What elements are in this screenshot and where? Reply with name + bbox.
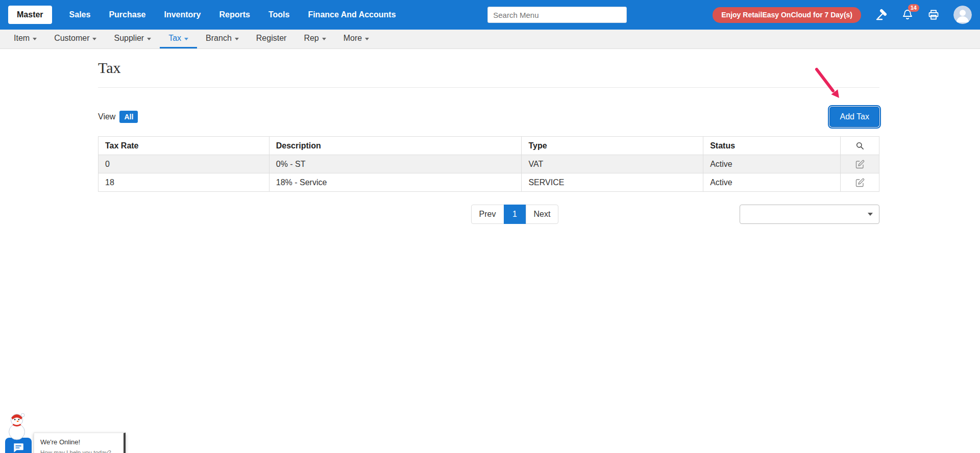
subnav-item-more[interactable]: More	[335, 30, 378, 48]
menu-finance-and-accounts[interactable]: Finance And Accounts	[301, 10, 403, 19]
prev-page-button[interactable]: Prev	[471, 205, 504, 224]
snowman-icon	[3, 410, 31, 441]
chat-bubble-icon	[12, 441, 25, 453]
gavel-icon[interactable]	[875, 9, 888, 21]
menu-reports[interactable]: Reports	[212, 10, 257, 19]
menu-inventory[interactable]: Inventory	[157, 10, 208, 19]
page-size-select[interactable]	[740, 205, 879, 224]
bell-icon[interactable]: 14	[901, 9, 914, 21]
pagination-row: Prev 1 Next	[98, 205, 879, 224]
cell-tax-rate: 0	[99, 155, 270, 173]
subnav-item-label: Tax	[168, 34, 181, 43]
subnav-item-label: Customer	[54, 34, 89, 43]
col-header-status: Status	[703, 137, 841, 155]
divider	[98, 87, 879, 88]
view-filter-badge[interactable]: All	[119, 111, 138, 123]
subnav-item-label: Register	[256, 34, 287, 43]
col-header-type: Type	[522, 137, 703, 155]
cell-status: Active	[703, 155, 841, 173]
subnav-item-tax[interactable]: Tax	[160, 30, 197, 48]
cell-description: 0% - ST	[269, 155, 522, 173]
subnav-item-label: Item	[14, 34, 30, 43]
top-navbar: Master Sales Purchase Inventory Reports …	[0, 0, 980, 30]
master-menu-button[interactable]: Master	[8, 6, 52, 24]
cell-status: Active	[703, 173, 841, 192]
cell-tax-rate: 18	[99, 173, 270, 192]
topnav-icons: 14	[875, 6, 972, 24]
cell-type: VAT	[522, 155, 703, 173]
subnav-item-label: Rep	[304, 34, 318, 43]
top-menu: Sales Purchase Inventory Reports Tools F…	[62, 10, 403, 19]
subnav-item-label: Branch	[206, 34, 232, 43]
table-search-icon[interactable]	[841, 137, 879, 155]
add-tax-button[interactable]: Add Tax	[829, 107, 879, 127]
printer-icon[interactable]	[927, 9, 940, 21]
chat-teaser-card[interactable]: We're Online! How may I help you today?	[34, 433, 126, 453]
subnav-item-item[interactable]: Item	[5, 30, 45, 48]
cell-description: 18% - Service	[269, 173, 522, 192]
tax-page: Tax View All Add Tax Tax Rate Descriptio…	[98, 59, 879, 224]
menu-purchase[interactable]: Purchase	[102, 10, 153, 19]
subnav-item-register[interactable]: Register	[248, 30, 296, 48]
trial-promo-button[interactable]: Enjoy RetailEasy OnCloud for 7 Day(s)	[713, 7, 861, 23]
table-row: 18 18% - Service SERVICE Active	[99, 173, 879, 192]
edit-icon[interactable]	[855, 159, 865, 168]
menu-sales[interactable]: Sales	[62, 10, 98, 19]
chevron-down-icon	[184, 38, 188, 40]
chevron-down-icon	[92, 38, 96, 40]
chevron-down-icon	[33, 38, 37, 40]
edit-icon[interactable]	[855, 178, 865, 186]
notification-count-badge: 14	[908, 4, 919, 12]
chevron-down-icon	[235, 38, 239, 40]
search-menu-input[interactable]	[487, 7, 627, 23]
page-title: Tax	[98, 59, 879, 77]
chevron-down-icon	[365, 38, 369, 40]
view-label: View	[98, 112, 115, 121]
chevron-down-icon	[147, 38, 151, 40]
subnav-item-supplier[interactable]: Supplier	[105, 30, 160, 48]
chevron-down-icon	[322, 38, 326, 40]
menu-tools[interactable]: Tools	[261, 10, 297, 19]
tax-table: Tax Rate Description Type Status 0 0% - …	[98, 136, 879, 192]
subnav-item-customer[interactable]: Customer	[45, 30, 105, 48]
next-page-button[interactable]: Next	[526, 205, 559, 224]
current-page-button[interactable]: 1	[504, 205, 526, 224]
annotation-arrow	[813, 66, 848, 106]
chat-status-text: We're Online!	[40, 438, 117, 446]
col-header-tax-rate: Tax Rate	[99, 137, 270, 155]
subnav-item-branch[interactable]: Branch	[197, 30, 248, 48]
avatar-icon[interactable]	[953, 6, 972, 24]
table-row: 0 0% - ST VAT Active	[99, 155, 879, 173]
subnav-item-rep[interactable]: Rep	[295, 30, 334, 48]
toolbar: View All Add Tax	[98, 107, 879, 127]
subnav-item-label: Supplier	[114, 34, 144, 43]
chat-greeting-text: How may I help you today?	[40, 449, 117, 453]
page-size-select-wrap	[740, 205, 879, 224]
subnav-item-label: More	[344, 34, 362, 43]
table-header-row: Tax Rate Description Type Status	[99, 137, 879, 155]
cell-type: SERVICE	[522, 173, 703, 192]
col-header-description: Description	[269, 137, 522, 155]
master-subnav: Item Customer Supplier Tax Branch Regist…	[0, 30, 980, 49]
